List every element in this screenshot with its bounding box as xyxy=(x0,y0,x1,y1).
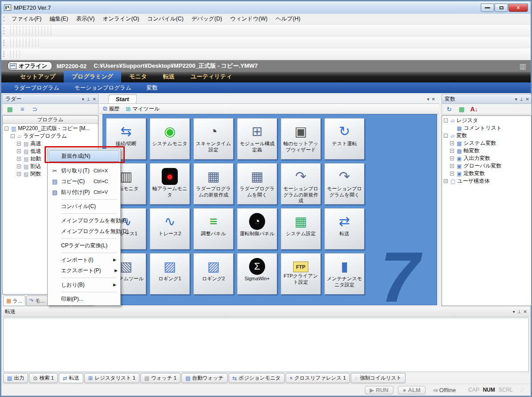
pin-icon[interactable]: ⊥ xyxy=(520,97,524,102)
tree-item[interactable]: + ▤ 高速 xyxy=(3,140,98,147)
refresh-icon[interactable]: ↻ xyxy=(444,104,454,114)
chevron-down-icon[interactable]: ▾ xyxy=(82,97,84,102)
dock-tab[interactable]: ◌ 強制コイルリスト xyxy=(351,373,405,383)
run-status-button[interactable]: ▶ RUN xyxy=(365,386,393,394)
tool-tile[interactable]: ● 軸アラームモニタ xyxy=(150,163,190,205)
tree-expander[interactable]: + xyxy=(17,142,21,146)
alarm-status-button[interactable]: ● ALM xyxy=(398,386,426,394)
sub-tab[interactable]: モーションプログラム xyxy=(68,83,140,93)
chevron-down-icon[interactable]: ▾ xyxy=(427,97,430,102)
context-menu-item[interactable]: CPラダーの変換(L) xyxy=(49,240,119,251)
dock-tab[interactable]: ⊙ 検索 1 xyxy=(29,373,58,383)
tool-tile[interactable]: ▦ ラダープログラムの新規作成 xyxy=(193,163,233,205)
tree-item[interactable]: - ▱ レジスタ xyxy=(442,117,531,124)
launcher-tab[interactable]: ユーティリティ xyxy=(183,71,240,82)
context-menu-item[interactable]: コンパイル(C) xyxy=(49,201,119,212)
sub-tab[interactable]: 変数 xyxy=(140,83,167,93)
panel-tab[interactable]: ▦ ラ... xyxy=(3,295,25,306)
dock-tab[interactable]: × クロスリファレンス 1 xyxy=(286,373,350,383)
tree-expander[interactable]: + xyxy=(17,164,21,168)
dock-tab[interactable]: ⇆ ポジションモニタ xyxy=(229,373,285,383)
tree-expander[interactable]: - xyxy=(4,127,8,131)
context-menu-item[interactable]: メインプログラムを有効(E) xyxy=(49,215,119,226)
program-column-header[interactable]: プログラム xyxy=(3,116,98,124)
tree-expander[interactable]: + xyxy=(450,141,454,145)
menu-item[interactable]: ウィンドウ(W) xyxy=(226,14,271,24)
pin-icon[interactable]: ⊥ xyxy=(86,97,90,102)
tool-tile[interactable]: Σ SigmaWin+ xyxy=(237,253,277,295)
menu-item[interactable]: ヘルプ(H) xyxy=(271,14,304,24)
history-button[interactable]: ⧉ 履歴 xyxy=(103,105,119,113)
sort-az-icon[interactable]: A↓ xyxy=(469,104,479,114)
offline-button[interactable]: オフライン xyxy=(8,61,52,70)
close-icon[interactable]: ✕ xyxy=(526,97,529,102)
menu-item[interactable]: デバッグ(D) xyxy=(188,14,226,24)
close-icon[interactable]: ✕ xyxy=(93,97,96,102)
tool-tile[interactable]: ▮ メンテナンスモニタ設定 xyxy=(324,253,364,295)
tree-item[interactable]: + ▣ 入出力変数 xyxy=(442,155,531,162)
tree-expander[interactable]: - xyxy=(444,119,448,123)
restore-button[interactable] xyxy=(495,4,508,12)
context-menu-item[interactable] xyxy=(49,276,119,279)
pin-icon[interactable]: ⊥ xyxy=(517,309,521,314)
context-menu-item[interactable]: 印刷(P)... xyxy=(49,294,119,304)
chevron-down-icon[interactable]: ▾ xyxy=(513,309,515,314)
menu-item[interactable]: コンパイル(C) xyxy=(143,14,188,24)
minimize-button[interactable] xyxy=(481,4,494,12)
tree-expander[interactable]: + xyxy=(450,156,454,160)
tree-item[interactable]: + ▣ グローバル変数 xyxy=(442,162,531,170)
tree-item[interactable]: + ▢ ユーザ構造体 xyxy=(442,177,531,185)
context-menu-item[interactable] xyxy=(49,237,119,240)
tool-tile[interactable]: ∿ トレース2 xyxy=(150,208,190,250)
resize-grip[interactable]: ⋰ xyxy=(520,388,524,393)
tree-expander[interactable]: + xyxy=(450,149,454,153)
tool-tile[interactable]: ◔ スキャンタイム設定 xyxy=(193,118,233,160)
context-menu-item[interactable] xyxy=(49,197,119,201)
context-menu-item[interactable] xyxy=(49,290,119,294)
context-menu-item[interactable] xyxy=(49,212,119,215)
start-tab[interactable]: Start xyxy=(108,94,137,103)
tree-expander[interactable]: + xyxy=(450,164,454,168)
context-menu-item[interactable]: しおり(B) ▶ xyxy=(49,279,119,290)
context-menu-item[interactable]: インポート(I) ▶ xyxy=(49,254,119,265)
panel-tab[interactable]: ↷ モ... xyxy=(26,295,48,306)
close-icon[interactable]: ✕ xyxy=(432,97,435,102)
context-menu-item[interactable] xyxy=(49,162,119,165)
tree-item[interactable]: ▦ コメントリスト xyxy=(442,124,531,132)
tree-item[interactable]: + ▣ 定数変数 xyxy=(442,170,531,177)
logic-gate-icon[interactable]: ⊃ xyxy=(30,104,40,114)
context-menu-item[interactable] xyxy=(49,251,119,254)
tree-expander[interactable]: + xyxy=(444,179,448,183)
context-menu-item[interactable]: ✂ 切り取り(T) Ctrl+X xyxy=(49,165,119,176)
tool-tile[interactable]: ↷ モーションプログラムの新規作成 xyxy=(281,163,321,205)
tool-tile[interactable]: ▦ システム設定 xyxy=(281,208,321,250)
insert-network-icon[interactable]: ≡ xyxy=(17,104,27,114)
tool-tile[interactable]: FTP FTPクライアント設定 xyxy=(281,253,321,295)
dock-tab[interactable]: ▤ 自動ウォッチ xyxy=(181,373,227,383)
tree-expander[interactable]: + xyxy=(17,149,21,153)
menu-item[interactable]: オンライン(O) xyxy=(98,14,143,24)
menu-item[interactable]: 編集(E) xyxy=(45,14,72,24)
tool-tile[interactable]: ◔ 運転制御パネル xyxy=(237,208,277,250)
context-menu-item[interactable]: エクスポート(P) ▶ xyxy=(49,265,119,276)
menu-item[interactable]: 表示(V) xyxy=(72,14,99,24)
tool-tile[interactable]: ↷ モーションプログラムを開く xyxy=(324,163,364,205)
tool-tile[interactable]: ↻ テスト運転 xyxy=(324,118,364,160)
register-comment-icon[interactable]: ▩ xyxy=(5,104,15,114)
tool-tile[interactable]: ⇄ 転送 xyxy=(324,208,364,250)
dock-tab[interactable]: ⊞ レジスタリスト 1 xyxy=(84,373,139,383)
tool-tile[interactable]: ▦ ラダープログラムを開く xyxy=(237,163,277,205)
context-menu-item[interactable]: 新規作成(N) xyxy=(49,150,119,162)
context-menu-item[interactable]: ▧ 貼り付け(P) Ctrl+V xyxy=(49,187,119,197)
close-icon[interactable]: ✕ xyxy=(524,309,527,314)
sub-tab[interactable]: ラダープログラム xyxy=(8,83,68,93)
tree-expander[interactable]: - xyxy=(11,134,15,138)
tool-tile[interactable]: ◉ システムモニタ xyxy=(150,118,190,160)
tool-tile[interactable]: ▨ ロギング2 xyxy=(193,253,233,295)
chevron-down-icon[interactable]: ▾ xyxy=(515,97,517,102)
dock-tab[interactable]: ▤ 出力 xyxy=(3,373,28,383)
tool-tile[interactable]: ▣ 軸のセットアップウィザード xyxy=(281,118,321,160)
launcher-tab[interactable]: モニタ xyxy=(121,71,155,82)
tree-expander[interactable]: + xyxy=(450,172,454,176)
close-button[interactable]: ✕ xyxy=(508,4,528,12)
